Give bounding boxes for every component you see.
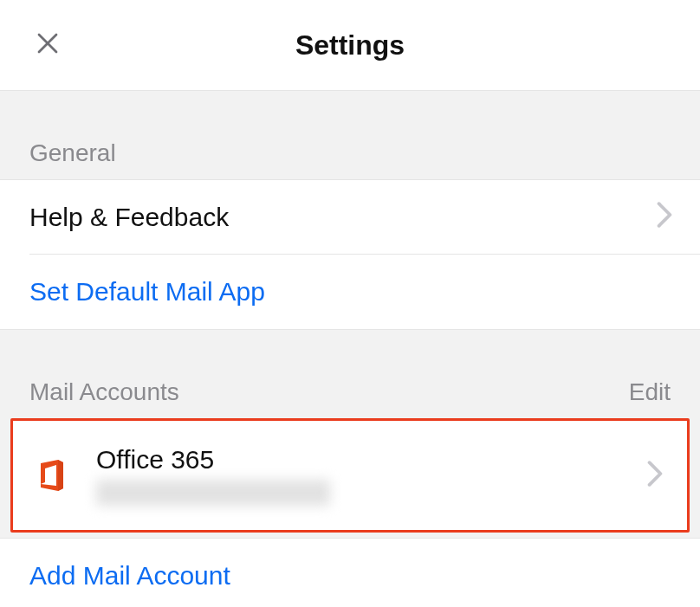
mail-account-email-redacted: [96, 480, 330, 506]
page-title: Settings: [295, 29, 405, 61]
mail-account-name: Office 365: [96, 445, 645, 475]
help-feedback-label: Help & Feedback: [29, 203, 229, 232]
set-default-mail-row[interactable]: Set Default Mail App: [0, 255, 700, 329]
general-group: Help & Feedback Set Default Mail App: [0, 179, 700, 330]
settings-header: Settings: [0, 0, 700, 91]
set-default-mail-label: Set Default Mail App: [29, 277, 265, 307]
close-button[interactable]: [29, 27, 66, 63]
mail-account-row-office365[interactable]: Office 365: [13, 421, 687, 530]
add-mail-account-row[interactable]: Add Mail Account: [0, 538, 700, 607]
section-header-general-label: General: [29, 139, 116, 167]
chevron-right-icon: [645, 460, 664, 491]
help-feedback-row[interactable]: Help & Feedback: [0, 180, 700, 255]
section-header-mail-accounts-label: Mail Accounts: [29, 378, 179, 406]
add-mail-account-label: Add Mail Account: [29, 561, 230, 591]
section-header-general: General: [0, 91, 700, 179]
close-icon: [35, 30, 61, 60]
edit-accounts-button[interactable]: Edit: [629, 378, 671, 406]
section-header-mail-accounts: Mail Accounts Edit: [0, 330, 700, 418]
mail-account-text: Office 365: [96, 445, 645, 506]
office-icon: [32, 456, 70, 494]
mail-account-highlighted: Office 365: [10, 418, 690, 533]
chevron-right-icon: [655, 201, 674, 235]
